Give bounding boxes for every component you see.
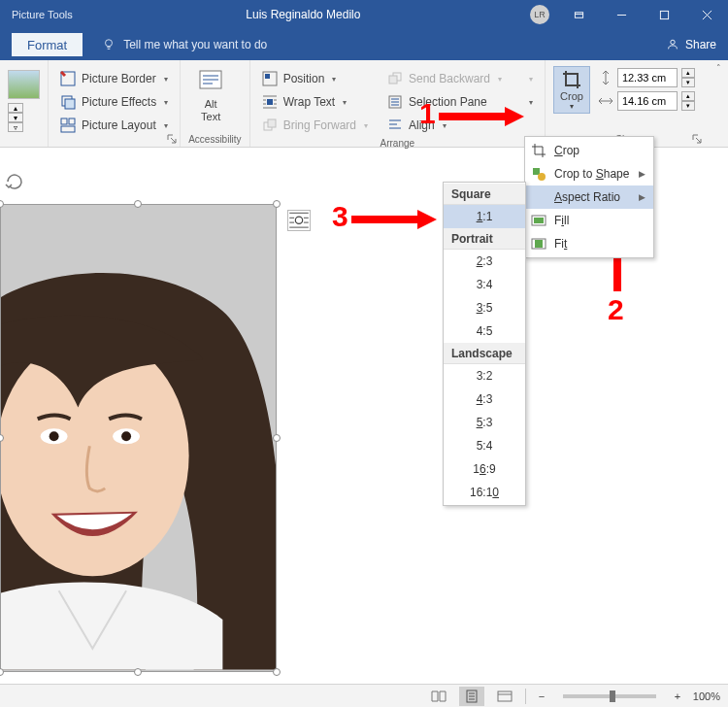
wrap-text-button[interactable]: Wrap Text▾ (258, 91, 372, 113)
bring-forward-button: Bring Forward▾ (258, 115, 372, 136)
web-layout-button[interactable] (492, 687, 517, 706)
width-icon (598, 93, 613, 109)
crop-menu-crop-to-shape[interactable]: Crop to Shape ▶ (525, 162, 653, 185)
group-button: ▾ (517, 68, 537, 89)
share-button[interactable]: Share (666, 38, 716, 51)
dialog-launcher-size-icon[interactable] (691, 133, 703, 145)
svg-rect-9 (61, 126, 75, 132)
annotation-arrow-3 (351, 210, 437, 229)
width-spin-up[interactable]: ▴ (681, 91, 695, 101)
tab-format[interactable]: Format (12, 33, 83, 56)
selected-picture[interactable] (0, 204, 277, 672)
selection-icon (387, 94, 403, 110)
layout-icon (60, 118, 76, 133)
portrait-photo (1, 205, 276, 670)
selection-handle[interactable] (134, 200, 142, 208)
crop-menu-crop[interactable]: Crop (525, 139, 653, 162)
selection-handle[interactable] (0, 668, 4, 676)
zoom-out-button[interactable]: − (534, 690, 549, 702)
ribbon-display-options-button[interactable] (557, 0, 600, 29)
ar-item-3-5[interactable]: 3:5 (444, 296, 525, 320)
ar-item-5-3[interactable]: 5:3 (444, 411, 525, 434)
annotation-arrow-1 (439, 107, 524, 126)
read-mode-button[interactable] (426, 687, 451, 706)
zoom-slider[interactable] (563, 694, 656, 698)
annotation-number-2: 2 (608, 293, 624, 326)
close-button[interactable] (685, 0, 728, 29)
height-icon (598, 70, 613, 85)
fit-icon (531, 236, 546, 252)
crop-button[interactable]: Crop ▾ (553, 66, 590, 114)
wrap-icon (262, 94, 278, 110)
zoom-slider-thumb[interactable] (610, 690, 615, 702)
styles-row-down[interactable]: ▾ (8, 113, 23, 122)
picture-format-group: Picture Border▾ Picture Effects▾ Picture… (49, 60, 181, 147)
share-icon (666, 38, 679, 51)
collapse-ribbon-button[interactable]: ˄ (711, 60, 726, 76)
group-label-arrange: Arrange (258, 136, 537, 151)
width-spin-down[interactable]: ▾ (681, 101, 695, 111)
print-layout-button[interactable] (459, 687, 484, 706)
aspect-ratio-submenu: Square 1:1 Portrait 2:3 3:4 3:5 4:5 Land… (443, 182, 526, 506)
border-icon (60, 71, 76, 86)
crop-icon (561, 69, 582, 90)
ar-item-4-5[interactable]: 4:5 (444, 320, 525, 343)
width-input[interactable] (617, 91, 678, 111)
height-spin-down[interactable]: ▾ (681, 78, 695, 87)
svg-rect-15 (268, 119, 276, 127)
title-bar: Picture Tools Luis Reginaldo Medilo LR (0, 0, 728, 29)
ar-header-portrait: Portrait (444, 228, 525, 250)
send-backward-button: Send Backward▾ (383, 68, 506, 89)
status-bar: − + 100% (0, 684, 728, 707)
crop-menu-fill[interactable]: Fill (525, 209, 653, 232)
selection-handle[interactable] (273, 200, 281, 208)
ar-item-4-3[interactable]: 4:3 (444, 387, 525, 411)
svg-rect-6 (65, 99, 75, 109)
selection-handle[interactable] (273, 668, 281, 676)
size-group: Crop ▾ ▴▾ ▴▾ Size (546, 60, 705, 147)
backward-icon (387, 71, 403, 86)
styles-row-up[interactable]: ▴ (8, 103, 23, 113)
ar-item-2-3[interactable]: 2:3 (444, 250, 525, 273)
styles-more[interactable]: ▿ (8, 122, 23, 132)
zoom-in-button[interactable]: + (670, 690, 685, 702)
dialog-launcher-icon[interactable] (166, 133, 178, 145)
rotate-handle-icon[interactable] (4, 171, 25, 192)
ar-item-5-4[interactable]: 5:4 (444, 434, 525, 457)
svg-rect-13 (267, 99, 273, 105)
alt-text-button[interactable]: Alt Text (188, 64, 233, 123)
ar-item-3-4[interactable]: 3:4 (444, 273, 525, 296)
selection-handle[interactable] (134, 668, 142, 676)
crop-menu-aspect-ratio[interactable]: Aspect Ratio ▶ (525, 185, 653, 209)
zoom-level[interactable]: 100% (693, 690, 720, 702)
svg-point-32 (121, 431, 131, 441)
crop-icon (531, 143, 546, 158)
ar-item-3-2[interactable]: 3:2 (444, 364, 525, 387)
minimize-button[interactable] (600, 0, 643, 29)
ar-item-16-10[interactable]: 16:10 (444, 481, 525, 504)
tell-me-search[interactable]: Tell me what you want to do (102, 38, 666, 51)
tab-row: Format Tell me what you want to do Share (0, 29, 728, 60)
effects-icon (60, 94, 76, 110)
layout-options-button[interactable] (287, 210, 311, 231)
picture-border-button[interactable]: Picture Border▾ (56, 68, 172, 89)
group-label-accessibility: Accessibility (188, 132, 241, 147)
maximize-button[interactable] (643, 0, 685, 29)
svg-point-2 (106, 40, 113, 47)
svg-rect-7 (61, 118, 67, 124)
ar-item-1-1[interactable]: 1:1 (444, 205, 525, 228)
crop-menu-fit[interactable]: Fit (525, 232, 653, 255)
picture-style-thumb[interactable] (8, 70, 40, 99)
ar-item-16-9[interactable]: 16:9 (444, 457, 525, 481)
ribbon: ▴ ▾ ▿ Picture Border▾ Picture Effects▾ P… (0, 60, 728, 148)
alt-text-icon (197, 68, 224, 95)
selection-handle[interactable] (273, 434, 281, 442)
ar-header-landscape: Landscape (444, 343, 525, 364)
submenu-arrow-icon: ▶ (639, 192, 645, 202)
picture-layout-button[interactable]: Picture Layout▾ (56, 115, 172, 136)
position-button[interactable]: Position▾ (258, 68, 372, 89)
height-spin-up[interactable]: ▴ (681, 68, 695, 78)
height-input[interactable] (617, 68, 678, 87)
picture-effects-button[interactable]: Picture Effects▾ (56, 91, 172, 113)
user-avatar[interactable]: LR (530, 5, 549, 24)
